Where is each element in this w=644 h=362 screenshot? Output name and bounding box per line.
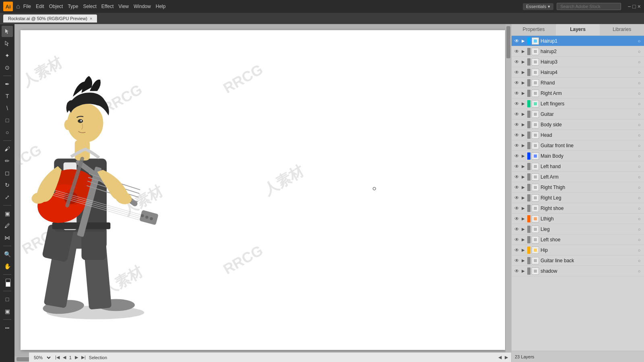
layer-expand-toggle[interactable]: ▶ [520,90,526,96]
document-tab[interactable]: Rockstar.ai @ 50% (RGB/GPU Preview) × [3,14,97,23]
line-tool[interactable]: \ [2,103,13,114]
layer-expand-toggle[interactable]: ▶ [520,164,526,169]
workspace-button[interactable]: Essentials ▾ [523,3,553,10]
layer-lock-toggle[interactable]: ○ [636,216,642,222]
layer-row[interactable]: 👁 ▶ Right shoe ○ [512,203,644,214]
menu-edit[interactable]: Edit [36,4,44,9]
menu-effect[interactable]: Effect [101,4,114,9]
fill-stroke[interactable] [2,277,13,288]
layer-row[interactable]: 👁 ▶ Rhand ○ [512,78,644,88]
layer-visibility-toggle[interactable]: 👁 [513,100,520,107]
menu-window[interactable]: Window [134,4,151,9]
layer-expand-toggle[interactable]: ▶ [520,49,526,54]
layer-visibility-toggle[interactable]: 👁 [513,90,520,97]
drawing-modes[interactable]: □ [2,294,13,305]
layer-lock-toggle[interactable]: ○ [636,205,642,212]
layer-expand-toggle[interactable]: ▶ [520,132,526,138]
layer-expand-toggle[interactable]: ▶ [520,226,526,232]
artboard-nav-left[interactable]: ◀ [498,355,502,360]
gradient-tool[interactable]: ▣ [2,208,13,219]
layer-lock-toggle[interactable]: ○ [636,174,642,180]
layer-row[interactable]: 👁 ▶ Hairup3 ○ [512,57,644,67]
menu-select[interactable]: Select [83,4,96,9]
layer-row[interactable]: 👁 ▶ hairup2 ○ [512,46,644,57]
layer-row[interactable]: 👁 ▶ Left shoe ○ [512,234,644,245]
layer-expand-toggle[interactable]: ▶ [520,59,526,65]
pen-tool[interactable]: ✒ [2,78,13,90]
layer-lock-toggle[interactable]: ○ [636,111,642,117]
menu-type[interactable]: Type [68,4,78,9]
magic-wand-tool[interactable]: ✦ [2,50,13,61]
more-tools[interactable]: ••• [2,322,13,333]
layer-lock-toggle[interactable]: ○ [636,163,642,170]
doc-tab-close[interactable]: × [90,16,92,21]
zoom-select[interactable]: 50% 100% 150% 200% [32,355,52,360]
layer-visibility-toggle[interactable]: 👁 [513,37,520,45]
layer-visibility-toggle[interactable]: 👁 [513,247,520,254]
vertical-scroll-thumb[interactable] [506,26,510,58]
layer-lock-toggle[interactable]: ○ [636,142,642,149]
layer-lock-toggle[interactable]: ○ [636,247,642,253]
layer-expand-toggle[interactable]: ▶ [520,101,526,107]
vertical-scrollbar[interactable] [506,24,511,362]
layer-row[interactable]: 👁 ▶ Right Arm ○ [512,88,644,99]
layer-visibility-toggle[interactable]: 👁 [513,267,520,275]
layer-visibility-toggle[interactable]: 👁 [513,132,520,139]
rotate-tool[interactable]: ↻ [2,179,13,191]
next-page-button[interactable]: ▶ [75,355,78,360]
first-page-button[interactable]: |◀ [55,355,60,360]
minimize-button[interactable]: − [627,3,631,10]
layer-visibility-toggle[interactable]: 👁 [513,121,520,128]
layer-expand-toggle[interactable]: ▶ [520,38,526,44]
tab-libraries[interactable]: Libraries [600,24,644,35]
layer-row[interactable]: 👁 ▶ shadow ○ [512,266,644,276]
layer-row[interactable]: 👁 ▶ Right Thigh ○ [512,182,644,193]
layer-lock-toggle[interactable]: ○ [636,257,642,264]
layer-expand-toggle[interactable]: ▶ [520,268,526,274]
layer-row[interactable]: 👁 ▶ Lleg ○ [512,224,644,234]
layer-lock-toggle[interactable]: ○ [636,38,642,44]
layer-row[interactable]: 👁 ▶ Hairup1 ○ [512,36,644,46]
layer-lock-toggle[interactable]: ○ [636,80,642,86]
layer-lock-toggle[interactable]: ○ [636,132,642,138]
home-icon[interactable]: ⌂ [16,3,20,10]
layer-lock-toggle[interactable]: ○ [636,69,642,76]
layer-visibility-toggle[interactable]: 👁 [513,215,520,222]
layer-visibility-toggle[interactable]: 👁 [513,257,520,264]
layer-lock-toggle[interactable]: ○ [636,90,642,97]
hand-tool[interactable]: ✋ [2,261,13,272]
layer-lock-toggle[interactable]: ○ [636,237,642,243]
direct-selection-tool[interactable] [2,38,13,49]
layer-lock-toggle[interactable]: ○ [636,184,642,191]
eyedropper-tool[interactable]: 🖉 [2,220,13,231]
layer-lock-toggle[interactable]: ○ [636,48,642,55]
zoom-tool[interactable]: 🔍 [2,249,13,260]
layer-lock-toggle[interactable]: ○ [636,226,642,232]
type-tool[interactable]: T [2,90,13,102]
brush-tool[interactable]: 🖌 [2,143,13,154]
layer-lock-toggle[interactable]: ○ [636,101,642,107]
layer-visibility-toggle[interactable]: 👁 [513,79,520,86]
layer-row[interactable]: 👁 ▶ Hairup4 ○ [512,67,644,78]
layer-visibility-toggle[interactable]: 👁 [513,184,520,191]
layer-row[interactable]: 👁 ▶ Main Body ○ [512,151,644,161]
layer-expand-toggle[interactable]: ▶ [520,70,526,75]
layer-expand-toggle[interactable]: ▶ [520,206,526,211]
layer-lock-toggle[interactable]: ○ [636,153,642,159]
layer-lock-toggle[interactable]: ○ [636,195,642,201]
menu-object[interactable]: Object [49,4,63,9]
layer-lock-toggle[interactable]: ○ [636,59,642,65]
layer-expand-toggle[interactable]: ▶ [520,80,526,86]
menu-view[interactable]: View [118,4,129,9]
lasso-tool[interactable]: ⊙ [2,62,13,73]
layer-expand-toggle[interactable]: ▶ [520,237,526,243]
layer-visibility-toggle[interactable]: 👁 [513,111,520,118]
layer-expand-toggle[interactable]: ▶ [520,153,526,159]
layer-visibility-toggle[interactable]: 👁 [513,205,520,212]
layer-visibility-toggle[interactable]: 👁 [513,69,520,76]
layer-expand-toggle[interactable]: ▶ [520,122,526,128]
prev-page-button[interactable]: ◀ [63,355,66,360]
layer-row[interactable]: 👁 ▶ Guitar line back ○ [512,255,644,266]
rect-tool[interactable]: □ [2,115,13,126]
layer-visibility-toggle[interactable]: 👁 [513,236,520,243]
